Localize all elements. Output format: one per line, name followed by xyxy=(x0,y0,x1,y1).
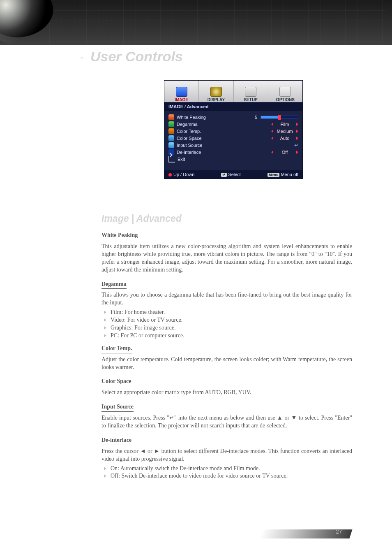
row-label: Color Space xyxy=(177,136,224,141)
h-degamma: Degamma xyxy=(101,281,127,289)
caret-left-icon[interactable] xyxy=(271,123,273,126)
enter-icon: ↵ xyxy=(294,142,298,148)
p-color-space: Select an appropriate color matrix type … xyxy=(101,389,352,397)
display-icon xyxy=(210,87,222,97)
caret-right-icon[interactable] xyxy=(296,123,298,126)
menu-key-icon: Menu xyxy=(267,173,280,177)
p-degamma-lead: This allows you to choose a degamma tabl… xyxy=(101,291,352,307)
color-space-value: Auto xyxy=(275,136,295,141)
section-title: User Controls xyxy=(90,49,183,65)
footer-menuoff: MenuMenu off xyxy=(267,172,298,177)
h-white-peaking: White Peaking xyxy=(101,232,138,240)
bullet-deint-on: On: Automatically switch the De-interlac… xyxy=(101,465,352,473)
row-exit[interactable]: Exit xyxy=(164,155,302,162)
header-grid xyxy=(49,0,386,45)
h-deinterlace: De-interlace xyxy=(101,436,131,445)
footer-select: ↵Select xyxy=(221,172,241,177)
color-temp-value: Medium xyxy=(275,129,295,134)
caret-left-icon[interactable] xyxy=(271,130,273,133)
caret-right-icon[interactable] xyxy=(296,130,298,133)
row-degamma[interactable]: Degamma Film xyxy=(164,121,302,128)
white-peaking-icon xyxy=(168,114,174,120)
white-peaking-value: 5 xyxy=(255,115,257,120)
slider[interactable] xyxy=(261,116,298,119)
lens-decor xyxy=(0,0,57,42)
bullet-deint-off: Off: Switch De-interlace mode to video m… xyxy=(101,472,352,480)
bullet-video: Video: For video or TV source. xyxy=(101,316,352,324)
bullet-film: Film: For home theater. xyxy=(101,309,352,316)
footer-updown: Up / Down xyxy=(168,172,194,177)
row-label: Exit xyxy=(178,157,225,162)
osd-footer: Up / Down ↵Select MenuMenu off xyxy=(164,170,302,179)
h-color-space: Color Space xyxy=(101,378,131,386)
caret-left-icon[interactable] xyxy=(271,137,273,140)
row-label: Input Source xyxy=(177,143,224,148)
row-white-peaking[interactable]: White Peaking 5 xyxy=(164,114,302,121)
row-label: De-interlace xyxy=(177,150,224,155)
h-color-temp: Color Temp. xyxy=(101,345,132,353)
options-icon xyxy=(279,87,291,97)
row-color-space[interactable]: Color Space Auto xyxy=(164,135,302,142)
degamma-icon xyxy=(168,121,174,127)
p-input-source: Enable input sources. Press "↵" into the… xyxy=(101,414,352,430)
p-color-temp: Adjust the color temperature. Cold tempe… xyxy=(101,356,352,371)
enter-key-icon: ↵ xyxy=(221,173,227,177)
body-text: Image | Advanced White Peaking This adju… xyxy=(101,210,352,480)
setup-icon xyxy=(245,87,256,97)
osd-menu: IMAGE DISPLAY SETUP OPTIONS IMAGE / Adva… xyxy=(164,80,303,179)
color-space-icon xyxy=(168,135,174,141)
sub-heading: Image | Advanced xyxy=(101,212,352,225)
caret-left-icon[interactable] xyxy=(271,151,273,154)
row-input-source[interactable]: Input Source ↵ xyxy=(164,142,302,149)
exit-icon xyxy=(168,156,175,162)
row-deinterlace[interactable]: De-interlace Off xyxy=(164,149,302,155)
row-label: White Peaking xyxy=(177,115,224,120)
osd-breadcrumb: IMAGE / Advanced xyxy=(164,102,302,111)
image-icon xyxy=(176,87,187,97)
bullet-pc: PC: For PC or computer source. xyxy=(101,332,352,340)
p-white-peaking: This adjustable item utilizes a new colo… xyxy=(101,243,352,274)
osd-tabs: IMAGE DISPLAY SETUP OPTIONS xyxy=(164,81,302,102)
tab-image[interactable]: IMAGE xyxy=(164,81,199,102)
row-label: Degamma xyxy=(177,122,224,127)
input-source-icon xyxy=(168,142,174,148)
caret-right-icon[interactable] xyxy=(296,151,298,154)
caret-right-icon[interactable] xyxy=(296,137,298,140)
p-deinterlace-lead: Press the cursor ◄ or ► button to select… xyxy=(101,448,352,463)
h-input-source: Input Source xyxy=(101,403,134,412)
tab-display[interactable]: DISPLAY xyxy=(199,81,233,102)
osd-rows: White Peaking 5 Degamma Film Color Temp.… xyxy=(164,111,302,170)
row-label: Color Temp. xyxy=(177,129,224,134)
tab-setup[interactable]: SETUP xyxy=(234,81,268,102)
degamma-value: Film xyxy=(275,122,295,127)
tab-options[interactable]: OPTIONS xyxy=(268,81,302,102)
section-marker: * xyxy=(80,56,83,63)
red-dot-icon xyxy=(168,173,172,176)
deinterlace-value: Off xyxy=(275,150,295,155)
bullet-graphics: Graphics: For image source. xyxy=(101,324,352,332)
row-color-temp[interactable]: Color Temp. Medium xyxy=(164,128,302,135)
color-temp-icon xyxy=(168,128,174,134)
page-number: 27 xyxy=(336,529,342,535)
